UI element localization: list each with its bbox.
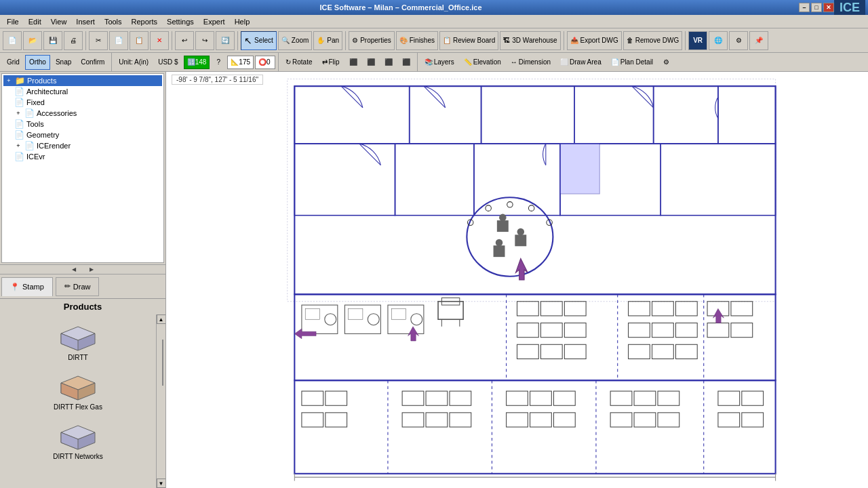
tree-item-fixed[interactable]: 📄 Fixed xyxy=(3,97,162,108)
review-board-btn[interactable]: 📋 Review Board xyxy=(439,31,498,50)
plan-detail-btn[interactable]: 📄 Plan Detail xyxy=(607,55,657,70)
product-dirtt-networks[interactable]: DIRTT Networks xyxy=(31,416,125,463)
align3-btn[interactable]: ⬛ xyxy=(380,55,397,70)
grid-btn[interactable]: Grid xyxy=(3,55,24,70)
dimension-btn[interactable]: ↔ Dimension xyxy=(507,55,555,70)
sep2 xyxy=(172,31,172,50)
sep5 xyxy=(564,31,564,50)
unit-btn[interactable]: Unit: A(in) xyxy=(115,55,153,70)
expand-products[interactable]: + xyxy=(5,77,13,85)
align4-btn[interactable]: ⬛ xyxy=(398,55,414,70)
menu-file[interactable]: File xyxy=(3,16,23,27)
menu-view[interactable]: View xyxy=(47,16,71,27)
export-dwg-btn[interactable]: 📤 Export DWG xyxy=(567,31,622,50)
zoom-label: Zoom xyxy=(292,37,309,44)
tree-item-icerender[interactable]: + 📄 ICErender xyxy=(3,140,162,151)
canvas-area[interactable]: -98' - 9 7/8", 127' - 5 11/16" xyxy=(166,72,868,488)
elevation-btn[interactable]: 📏 Elevation xyxy=(460,55,505,70)
undo-btn[interactable]: ↩ xyxy=(175,31,194,50)
save-icon: 💾 xyxy=(49,37,57,44)
dirtt-flex-gas-icon xyxy=(58,369,98,403)
pan-icon: ✋ xyxy=(317,37,325,44)
confirm-btn[interactable]: Confirm xyxy=(77,55,108,70)
copy-icon: 📄 xyxy=(115,37,123,44)
toolbar1: 📄 📂 💾 🖨 ✂ 📄 📋 ✕ ↩ ↪ 🔄 ↖ Select 🔍 Zoom ✋ … xyxy=(0,28,868,53)
align1-btn[interactable]: ⬛ xyxy=(345,55,361,70)
tree-item-products[interactable]: + 📁 Products xyxy=(3,75,162,86)
select-btn[interactable]: ↖ Select xyxy=(241,31,277,50)
close-btn[interactable]: ✕ xyxy=(823,3,834,12)
main-content: + 📁 Products 📄 Architectural 📄 Fixed + 📄… xyxy=(0,72,868,488)
zoom-btn[interactable]: 🔍 Zoom xyxy=(278,31,313,50)
maximize-btn[interactable]: □ xyxy=(811,3,822,12)
align4-icon: ⬛ xyxy=(402,58,410,66)
cut-icon: ✂ xyxy=(96,37,101,44)
align2-btn[interactable]: ⬛ xyxy=(363,55,379,70)
products-grid: DIRTT DIRTT Flex Gas xyxy=(0,314,156,488)
new-btn[interactable]: 📄 xyxy=(3,31,22,50)
globe-btn[interactable]: 🌐 xyxy=(709,31,728,50)
paste-btn[interactable]: 📋 xyxy=(130,31,149,50)
layers-btn[interactable]: 📚 Layers xyxy=(420,55,458,70)
currency-btn[interactable]: USD $ xyxy=(154,55,182,70)
redo-btn[interactable]: ↪ xyxy=(195,31,214,50)
print-btn[interactable]: 🖨 xyxy=(64,31,83,50)
expand-icerender[interactable]: + xyxy=(14,142,22,150)
tree-architectural-label: Architectural xyxy=(26,87,68,96)
open-icon: 📂 xyxy=(28,37,37,44)
open-btn[interactable]: 📂 xyxy=(23,31,42,50)
stamp-tab[interactable]: 📍 Stamp xyxy=(1,277,53,296)
tree-item-accessories[interactable]: + 📄 Accessories xyxy=(3,108,162,119)
finishes-btn[interactable]: 🎨 Finishes xyxy=(396,31,438,50)
menu-expert[interactable]: Expert xyxy=(199,16,229,27)
tree-icevr-label: ICEvr xyxy=(26,152,45,161)
minimize-btn[interactable]: – xyxy=(799,3,810,12)
properties-btn[interactable]: ⚙ Properties xyxy=(349,31,395,50)
menu-help[interactable]: Help xyxy=(231,16,254,27)
products-header: Products xyxy=(0,299,165,314)
tree-fixed-label: Fixed xyxy=(26,98,45,106)
title-text: ICE Software – Milan – Commercial_Office… xyxy=(3,3,799,12)
delete-icon: ✕ xyxy=(157,37,162,44)
save-btn[interactable]: 💾 xyxy=(43,31,62,50)
draw-area-btn[interactable]: ⬜ Draw Area xyxy=(556,55,606,70)
menu-edit[interactable]: Edit xyxy=(24,16,45,27)
rotate-btn[interactable]: ↻ Rotate xyxy=(281,55,316,70)
refresh-btn[interactable]: 🔄 xyxy=(216,31,235,50)
cut-btn[interactable]: ✂ xyxy=(89,31,108,50)
menu-settings[interactable]: Settings xyxy=(163,16,198,27)
scroll-right-arrow[interactable]: ▶ xyxy=(90,266,94,272)
menu-reports[interactable]: Reports xyxy=(127,16,162,27)
tree-item-tools[interactable]: 📄 Tools xyxy=(3,119,162,129)
expand-accessories[interactable]: + xyxy=(14,109,22,117)
pan-btn[interactable]: ✋ Pan xyxy=(313,31,342,50)
product-dirtt[interactable]: DIRTT xyxy=(31,317,125,364)
sep1 xyxy=(85,31,86,50)
3d-warehouse-btn[interactable]: 🏗 3D Warehouse xyxy=(500,31,560,50)
settings-icon-btn[interactable]: ⚙ xyxy=(729,31,748,50)
scroll-down-btn[interactable]: ▼ xyxy=(157,479,166,488)
product-dirtt-flex-gas[interactable]: DIRTT Flex Gas xyxy=(31,367,125,413)
vr-btn[interactable]: VR xyxy=(688,31,707,50)
help-question-label: ? xyxy=(217,58,221,66)
scroll-up-btn[interactable]: ▲ xyxy=(157,314,166,324)
svg-point-37 xyxy=(499,214,507,222)
draw-area-label: Draw Area xyxy=(570,58,601,66)
tree-item-architectural[interactable]: 📄 Architectural xyxy=(3,86,162,97)
tree-item-icevr[interactable]: 📄 ICEvr xyxy=(3,151,162,162)
tree-item-geometry[interactable]: 📄 Geometry xyxy=(3,129,162,140)
remove-dwg-btn[interactable]: 🗑 Remove DWG xyxy=(623,31,682,50)
extra-tool-btn[interactable]: ⚙ xyxy=(658,55,673,70)
extra-btn[interactable]: 📌 xyxy=(749,31,768,50)
copy-btn[interactable]: 📄 xyxy=(109,31,128,50)
menu-insert[interactable]: Insert xyxy=(72,16,99,27)
scroll-left-arrow[interactable]: ◀ xyxy=(72,266,76,272)
draw-tab[interactable]: ✏ Draw xyxy=(56,277,100,296)
svg-rect-40 xyxy=(494,245,505,257)
ortho-btn[interactable]: Ortho xyxy=(25,55,50,70)
delete-btn[interactable]: ✕ xyxy=(150,31,169,50)
snap-btn[interactable]: Snap xyxy=(52,55,75,70)
menu-tools[interactable]: Tools xyxy=(100,16,126,27)
flip-btn[interactable]: ⇄ Flip xyxy=(318,55,344,70)
help-question-btn[interactable]: ? xyxy=(211,55,226,70)
